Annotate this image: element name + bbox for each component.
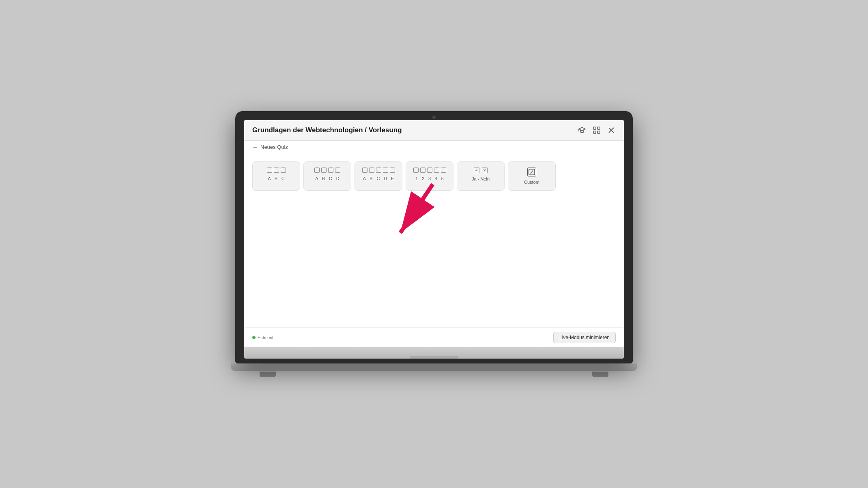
screen: Grundlagen der Webtechnologien / Vorlesu… — [244, 120, 624, 347]
title-bar: Grundlagen der Webtechnologien / Vorlesu… — [244, 120, 624, 141]
sq-icon-4 — [383, 168, 388, 173]
app-window: Grundlagen der Webtechnologien / Vorlesu… — [244, 120, 624, 347]
back-arrow-icon: ← — [252, 144, 258, 150]
quiz-type-abcd[interactable]: A - B - C - D — [303, 161, 351, 191]
sq-icon-1 — [362, 168, 367, 173]
graduation-icon[interactable] — [578, 126, 587, 135]
back-label: Neues Quiz — [260, 144, 288, 150]
sq-icon-1 — [314, 168, 320, 173]
sq-icon-5 — [441, 168, 446, 173]
sq-icon-2 — [321, 168, 327, 173]
abcde-icons — [362, 168, 395, 173]
svg-rect-2 — [593, 131, 596, 133]
12345-label: 1 - 2 - 3 - 4 - 5 — [415, 176, 444, 181]
yesno-label: Ja - Nein — [472, 176, 490, 181]
sq-icon-1 — [267, 168, 272, 173]
sq-icon-5 — [390, 168, 395, 173]
foot-right — [592, 372, 608, 377]
sq-icon-3 — [427, 168, 432, 173]
status-dot — [252, 336, 256, 339]
check-icon: ✓ — [474, 168, 479, 173]
cross-icon: ✕ — [482, 168, 488, 173]
quiz-type-abcde[interactable]: A - B - C - D - E — [355, 161, 402, 191]
sq-icon-3 — [376, 168, 381, 173]
sq-icon-1 — [413, 168, 419, 173]
12345-icons — [413, 168, 446, 173]
sq-icon-2 — [274, 168, 279, 173]
title-bar-icons — [578, 126, 616, 135]
back-link[interactable]: ← Neues Quiz — [252, 144, 616, 150]
laptop-feet — [235, 372, 633, 377]
nav-bar: ← Neues Quiz — [244, 141, 624, 154]
screen-bezel: Grundlagen der Webtechnologien / Vorlesu… — [235, 111, 633, 363]
laptop-chin — [244, 347, 624, 359]
abcd-icons — [314, 168, 340, 173]
quiz-type-yesno[interactable]: ✓ ✕ Ja - Nein — [457, 161, 505, 191]
abc-icons — [267, 168, 286, 173]
camera — [432, 116, 436, 119]
quiz-types-row: A - B - C A - B - C - D — [244, 154, 624, 198]
laptop-base — [231, 363, 637, 371]
sq-icon-2 — [369, 168, 374, 173]
close-icon[interactable] — [607, 126, 616, 135]
grid-icon[interactable] — [592, 126, 601, 135]
svg-rect-3 — [597, 131, 600, 133]
foot-left — [260, 372, 276, 377]
sq-icon-4 — [335, 168, 340, 173]
sq-icon-3 — [281, 168, 286, 173]
page-title: Grundlagen der Webtechnologien / Vorlesu… — [252, 126, 402, 134]
sq-icon-3 — [328, 168, 333, 173]
custom-label: Custom — [524, 180, 539, 185]
abcd-label: A - B - C - D — [315, 176, 339, 181]
quiz-type-12345[interactable]: 1 - 2 - 3 - 4 - 5 — [406, 161, 453, 191]
quiz-type-abc[interactable]: A - B - C — [252, 161, 300, 191]
svg-rect-0 — [593, 127, 596, 129]
yesno-icons: ✓ ✕ — [474, 168, 488, 173]
laptop: Grundlagen der Webtechnologien / Vorlesu… — [235, 111, 633, 377]
trackpad-notch — [410, 356, 458, 359]
abcde-label: A - B - C - D - E — [363, 176, 394, 181]
echtzeit-label: Echtzeit — [258, 335, 273, 340]
bottom-bar: Echtzeit Live-Modus minimieren — [244, 327, 624, 347]
live-mode-button[interactable]: Live-Modus minimieren — [553, 332, 616, 343]
sq-icon-2 — [420, 168, 425, 173]
abc-label: A - B - C — [268, 176, 285, 181]
custom-edit-icon — [527, 168, 536, 176]
svg-rect-1 — [597, 127, 600, 129]
sq-icon-4 — [434, 168, 439, 173]
quiz-type-custom[interactable]: Custom — [508, 161, 556, 191]
echtzeit-badge: Echtzeit — [252, 335, 273, 340]
